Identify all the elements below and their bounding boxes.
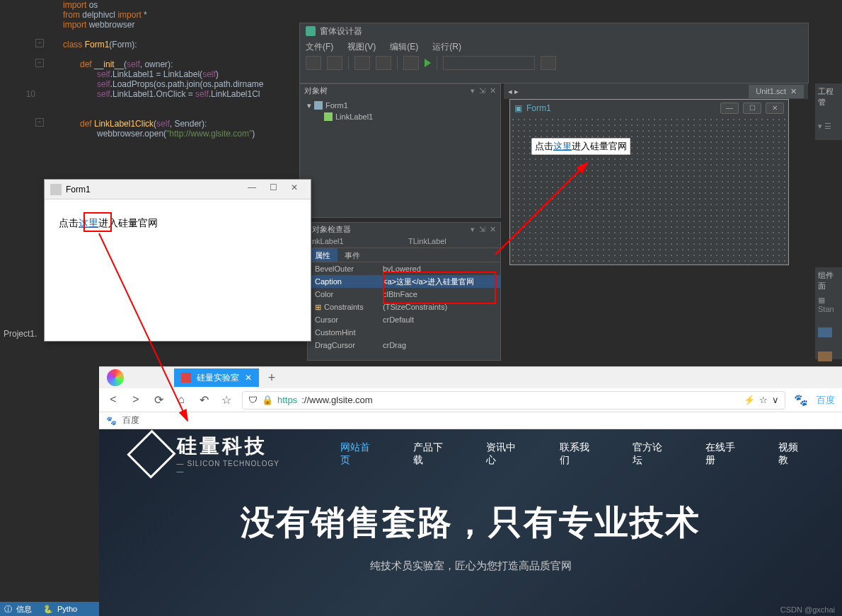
close-icon[interactable]: ✕ [490, 86, 496, 95]
logo-icon [127, 429, 175, 478]
minimize-button[interactable]: — [720, 103, 739, 114]
collapse-icon[interactable]: ▾ [307, 101, 311, 110]
pin-icon[interactable]: ⇲ [479, 225, 485, 234]
property-row[interactable]: CustomHint [308, 326, 500, 339]
back-button[interactable]: < [106, 393, 120, 407]
nav-next-icon[interactable]: ▸ [514, 87, 519, 95]
dropdown-icon[interactable]: ∨ [772, 395, 779, 405]
site-nav: 硅量科技 — SILICON TECHNOLOGY — 网站首页 产品下载 资讯… [99, 429, 842, 479]
status-bar[interactable]: ⓘ 信息 🐍 Pytho [0, 602, 103, 616]
home-button[interactable]: ⌂ [174, 393, 188, 407]
canvas-tab[interactable]: Unit1.sct ✕ [749, 85, 804, 98]
toolbar-button[interactable] [306, 56, 321, 70]
menu-run[interactable]: 运行(R) [432, 41, 461, 53]
close-button[interactable]: ✕ [766, 103, 784, 114]
inspector-object-selector[interactable]: nkLabel1 TLinkLabel [308, 236, 500, 248]
website-content: 硅量科技 — SILICON TECHNOLOGY — 网站首页 产品下载 资讯… [99, 429, 842, 616]
toolbar-combo[interactable] [443, 56, 535, 70]
code-content[interactable]: import osfrom delphivcl import *import w… [46, 0, 263, 139]
line-gutter: 10 [0, 0, 39, 368]
fold-icon[interactable]: − [35, 39, 44, 47]
bookmark-star-icon[interactable]: ☆ [219, 393, 233, 407]
form1-title-text: Form1 [66, 185, 91, 194]
property-row[interactable]: CursorcrDefault [308, 313, 500, 326]
form1-titlebar[interactable]: Form1 — ☐ ✕ [45, 180, 311, 199]
form1-window[interactable]: Form1 — ☐ ✕ 点击这里进入硅量官网 [44, 179, 311, 342]
property-row[interactable]: ⊞Constraints(TSizeConstraints) [308, 301, 500, 313]
link-label-link[interactable]: 这里 [79, 217, 98, 228]
tree-node-linklabel[interactable]: LinkLabel1 [307, 111, 493, 122]
toolbar-button[interactable] [541, 56, 556, 70]
pin-icon[interactable]: ⇲ [479, 86, 485, 95]
designer-menu[interactable]: 文件(F) 视图(V) 编辑(E) 运行(R) [300, 39, 808, 54]
object-tree-panel[interactable]: 对象树 ▾⇲✕ ▾ Form1 LinkLabel1 [299, 83, 501, 218]
menu-view[interactable]: 视图(V) [347, 41, 376, 53]
star-icon[interactable]: ☆ [759, 395, 768, 405]
object-inspector-panel[interactable]: 对象检查器 ▾⇲✕ nkLabel1 TLinkLabel 属性 事件 Beve… [307, 222, 501, 361]
run-button[interactable] [425, 59, 431, 67]
component-icon [324, 112, 333, 121]
designer-toolbar [300, 54, 808, 71]
new-tab-button[interactable]: + [265, 371, 279, 385]
tab-properties[interactable]: 属性 [308, 248, 338, 262]
app-icon [50, 184, 62, 195]
property-row[interactable]: ColorclBtnFace [308, 288, 500, 301]
nav-contact[interactable]: 联系我们 [560, 441, 597, 467]
project-manager-collapsed[interactable]: 工程管 ▾ ☰ [815, 83, 842, 140]
close-button[interactable]: ✕ [284, 182, 305, 197]
property-row[interactable]: DragCursorcrDrag [308, 339, 500, 351]
designer-icon [306, 26, 316, 36]
property-row[interactable]: Caption<a>这里</a>进入硅量官网 [308, 275, 500, 288]
form1-body: 点击这里进入硅量官网 [45, 199, 311, 248]
tab-events[interactable]: 事件 [338, 248, 367, 262]
nav-prev-icon[interactable]: ◂ [508, 87, 512, 95]
toolbar-button[interactable] [376, 56, 391, 70]
dropdown-icon[interactable]: ▾ [471, 225, 475, 234]
property-grid[interactable]: BevelOuterbvLoweredCaption<a>这里</a>进入硅量官… [308, 262, 500, 351]
browser-tab[interactable]: 硅量实验室 ✕ [174, 368, 259, 387]
design-form-titlebar[interactable]: ▣ Form1 — ☐ ✕ [510, 100, 788, 117]
menu-file[interactable]: 文件(F) [306, 41, 333, 53]
link-label-component[interactable]: 点击这里进入硅量官网 [531, 138, 630, 155]
maximize-button[interactable]: ☐ [743, 103, 761, 114]
address-bar[interactable]: 🛡 🔒 https://www.glsite.com ⚡ ☆ ∨ [242, 391, 785, 409]
menu-edit[interactable]: 编辑(E) [390, 41, 418, 53]
site-logo[interactable]: 硅量科技 — SILICON TECHNOLOGY — [134, 433, 284, 475]
flash-icon[interactable]: ⚡ [744, 395, 755, 405]
nav-download[interactable]: 产品下载 [413, 441, 451, 467]
forward-button[interactable]: > [129, 393, 143, 407]
design-form[interactable]: ▣ Form1 — ☐ ✕ 点击这里进入硅量官网 [509, 99, 789, 265]
component-palette-collapsed[interactable]: 组件面 ▦ Stan [815, 267, 842, 359]
nav-home[interactable]: 网站首页 [340, 441, 378, 467]
browser-window[interactable]: 硅量实验室 ✕ + < > ⟳ ⌂ ↶ ☆ 🛡 🔒 https://www.gl… [99, 366, 842, 616]
fold-icon[interactable]: − [35, 59, 44, 67]
project-label: Project1. [0, 325, 44, 342]
nav-news[interactable]: 资讯中心 [486, 441, 524, 467]
undo-button[interactable]: ↶ [197, 393, 211, 407]
property-row[interactable]: BevelOuterbvLowered [308, 262, 500, 275]
nav-video[interactable]: 视频教 [778, 441, 807, 467]
favicon-icon [181, 373, 191, 383]
toolbar-button[interactable] [354, 56, 370, 70]
form-icon: ▣ [514, 103, 522, 113]
nav-forum[interactable]: 官方论坛 [633, 441, 670, 467]
close-icon[interactable]: ✕ [245, 373, 252, 383]
maximize-button[interactable]: ☐ [263, 182, 284, 197]
watermark: CSDN @gxchai [780, 605, 835, 614]
baidu-icon[interactable]: 🐾 [794, 393, 808, 407]
toolbar-button[interactable] [327, 56, 342, 70]
close-icon[interactable]: ✕ [790, 87, 797, 96]
inspector-title: 对象检查器 [312, 224, 351, 235]
browser-logo[interactable] [105, 367, 126, 388]
toolbar-button[interactable] [403, 56, 419, 70]
close-icon[interactable]: ✕ [490, 225, 496, 234]
nav-manual[interactable]: 在线手册 [705, 441, 743, 467]
form-icon [314, 101, 323, 110]
dropdown-icon[interactable]: ▾ [471, 86, 475, 95]
reload-button[interactable]: ⟳ [151, 393, 166, 407]
minimize-button[interactable]: — [241, 182, 263, 197]
fold-icon[interactable]: − [35, 118, 44, 127]
shield-icon: 🛡 [248, 395, 258, 405]
tree-node-form1[interactable]: ▾ Form1 [307, 100, 493, 111]
bookmarks-bar[interactable]: 🐾 百度 [99, 412, 842, 429]
